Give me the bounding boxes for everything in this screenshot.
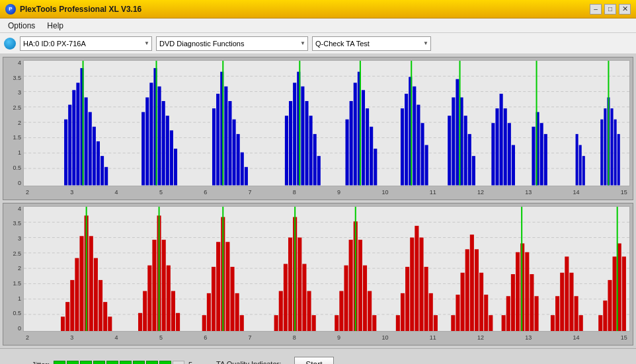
y-label-05b: 0.5: [13, 310, 21, 316]
svg-rect-154: [396, 315, 400, 331]
x-label-b: 9: [337, 334, 340, 341]
svg-rect-79: [512, 145, 515, 186]
function-select-wrapper[interactable]: DVD Diagnostic Functions: [156, 36, 308, 51]
svg-rect-181: [551, 315, 555, 331]
svg-rect-13: [89, 112, 92, 186]
svg-rect-76: [500, 94, 503, 186]
device-select[interactable]: HA:0 ID:0 PX-716A: [20, 36, 152, 51]
svg-rect-149: [358, 239, 362, 331]
jitter-seg-8: [146, 361, 158, 365]
svg-rect-151: [368, 291, 372, 331]
svg-rect-116: [147, 265, 151, 331]
svg-rect-25: [166, 116, 169, 185]
title-text: PlexTools Professional XL V3.16: [20, 5, 141, 14]
svg-rect-166: [465, 249, 469, 331]
toolbar: HA:0 ID:0 PX-716A DVD Diagnostic Functio…: [0, 33, 636, 54]
ta-quality-section: TA Quality Indicator: Very Good: [216, 360, 281, 365]
x-label-b: 3: [70, 334, 73, 341]
svg-rect-159: [419, 237, 423, 331]
test-select-wrapper[interactable]: Q-Check TA Test: [312, 36, 431, 51]
svg-rect-119: [162, 239, 166, 331]
jitter-seg-9: [159, 361, 171, 365]
device-icon: [4, 38, 16, 50]
close-button[interactable]: ✕: [619, 4, 631, 15]
top-chart-x-axis: 2 3 4 5 6 7 8 9 10 11 12 13 14 15: [23, 186, 630, 198]
svg-rect-183: [560, 272, 564, 331]
svg-rect-114: [138, 312, 142, 331]
x-label: 4: [115, 189, 118, 196]
jitter-seg-3: [80, 361, 92, 365]
svg-rect-188: [598, 315, 602, 331]
svg-rect-120: [167, 265, 171, 331]
svg-rect-140: [302, 264, 306, 331]
svg-rect-179: [534, 296, 538, 331]
top-chart-y-axis: 4 3.5 3 2.5 2 1.5 1 0.5 0: [3, 60, 23, 186]
right-buttons-panel: Start i: [294, 349, 333, 364]
svg-rect-139: [298, 237, 301, 331]
svg-rect-56: [374, 149, 377, 185]
start-button[interactable]: Start: [294, 357, 333, 364]
svg-rect-78: [508, 123, 511, 185]
svg-rect-157: [410, 237, 414, 331]
x-label: 11: [430, 189, 436, 196]
bottom-chart-inner: [23, 206, 630, 332]
metrics-column: Jitter: 5 Peak Shift:: [7, 361, 196, 365]
x-label-b: 4: [115, 334, 118, 341]
x-label-b: 5: [159, 334, 163, 341]
svg-rect-67: [452, 97, 455, 185]
svg-rect-137: [288, 237, 292, 331]
jitter-label: Jitter:: [7, 361, 50, 365]
svg-rect-142: [312, 315, 316, 331]
svg-rect-127: [216, 242, 220, 331]
y-label-2: 2: [18, 120, 21, 126]
svg-rect-171: [489, 315, 493, 331]
y-label-4: 4: [18, 60, 21, 66]
svg-rect-63: [420, 123, 424, 185]
y-label-0: 0: [18, 180, 21, 186]
test-select[interactable]: Q-Check TA Test: [312, 36, 431, 51]
svg-rect-71: [468, 134, 471, 186]
x-label: 14: [573, 189, 580, 196]
svg-rect-62: [417, 105, 420, 186]
svg-rect-155: [401, 293, 405, 331]
svg-rect-49: [345, 120, 348, 186]
svg-rect-34: [233, 120, 236, 186]
svg-rect-130: [230, 266, 234, 331]
bottom-panel: Jitter: 5 Peak Shift:: [0, 348, 636, 364]
svg-rect-54: [366, 108, 369, 185]
svg-rect-174: [511, 274, 515, 331]
minimize-button[interactable]: –: [590, 4, 602, 15]
svg-rect-86: [579, 145, 582, 186]
svg-rect-172: [502, 315, 506, 331]
function-select[interactable]: DVD Diagnostic Functions: [156, 36, 308, 51]
svg-rect-165: [461, 272, 465, 331]
maximize-button[interactable]: □: [604, 4, 616, 15]
svg-rect-177: [525, 252, 529, 331]
svg-rect-167: [470, 235, 474, 331]
svg-rect-175: [516, 252, 520, 331]
device-select-wrapper[interactable]: HA:0 ID:0 PX-716A: [20, 36, 152, 51]
svg-rect-161: [429, 293, 433, 331]
x-label-b: 14: [573, 334, 580, 341]
svg-rect-189: [603, 300, 607, 331]
svg-rect-162: [434, 315, 438, 331]
y-label-2b: 2: [18, 266, 21, 272]
svg-rect-83: [544, 134, 547, 186]
svg-rect-182: [555, 296, 559, 331]
title-bar-left: P PlexTools Professional XL V3.16: [5, 4, 141, 15]
svg-rect-104: [70, 279, 74, 331]
bottom-chart-y-axis: 4 3.5 3 2.5 2 1.5 1 0.5 0: [3, 206, 23, 332]
x-label-b: 11: [430, 334, 436, 341]
svg-rect-82: [540, 123, 543, 185]
menu-options[interactable]: Options: [3, 20, 40, 32]
svg-rect-111: [103, 302, 107, 331]
svg-rect-168: [475, 249, 479, 331]
x-label: 6: [204, 189, 207, 196]
y-label-15: 1.5: [13, 135, 21, 141]
x-label: 13: [525, 189, 532, 196]
menu-help[interactable]: Help: [42, 20, 69, 32]
svg-rect-30: [216, 94, 219, 186]
svg-rect-190: [608, 279, 612, 331]
svg-rect-68: [456, 79, 459, 186]
svg-rect-85: [576, 134, 578, 186]
